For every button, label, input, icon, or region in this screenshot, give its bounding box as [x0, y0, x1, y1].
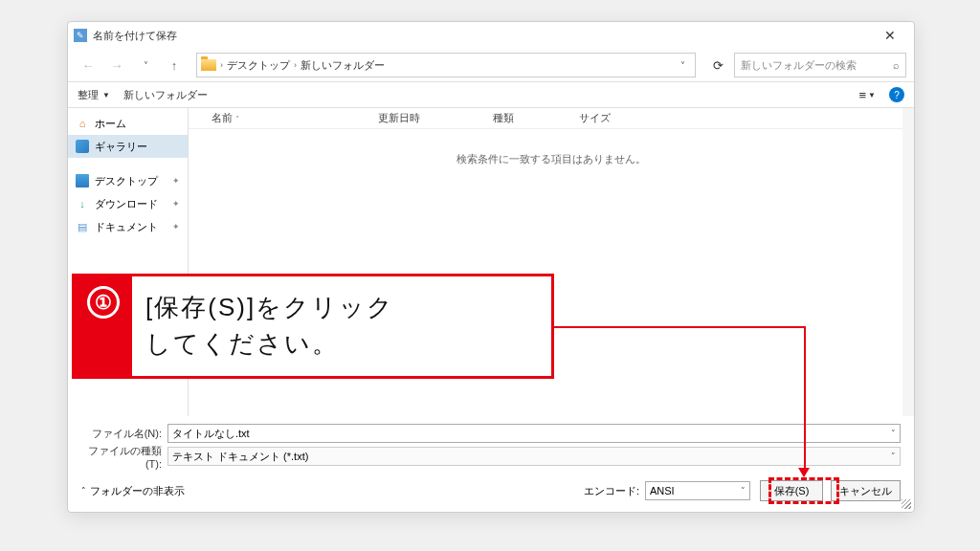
- folder-icon: [201, 59, 216, 71]
- notepad-icon: ✎: [74, 29, 87, 42]
- window-title: 名前を付けて保存: [93, 29, 872, 43]
- save-button[interactable]: 保存(S): [760, 480, 823, 501]
- breadcrumb-desktop[interactable]: デスクトップ: [227, 58, 290, 73]
- chevron-right-icon: ›: [220, 60, 223, 70]
- column-size[interactable]: サイズ: [571, 111, 648, 125]
- home-icon: ⌂: [76, 117, 89, 130]
- document-icon: ▤: [76, 220, 89, 233]
- address-bar[interactable]: › デスクトップ › 新しいフォルダー ˅: [196, 53, 696, 77]
- column-type[interactable]: 種類: [485, 111, 571, 125]
- cancel-button[interactable]: キャンセル: [831, 480, 901, 501]
- sidebar-item-home[interactable]: ⌂ ホーム: [68, 112, 188, 135]
- annotation-badge: ①: [75, 276, 132, 376]
- column-headers: 名前 ˅ 更新日時 種類 サイズ: [189, 108, 914, 129]
- resize-grip[interactable]: [902, 499, 911, 509]
- sidebar-item-downloads[interactable]: ↓ ダウンロード ✦: [68, 192, 188, 215]
- help-button[interactable]: ?: [889, 87, 904, 102]
- empty-message: 検索条件に一致する項目はありません。: [189, 129, 914, 166]
- search-placeholder: 新しいフォルダーの検索: [741, 58, 857, 73]
- chevron-right-icon: ›: [294, 60, 297, 70]
- recent-chevron-icon[interactable]: ˅: [133, 53, 158, 77]
- search-input[interactable]: 新しいフォルダーの検索 ⌕: [734, 53, 906, 77]
- close-button[interactable]: ✕: [872, 22, 908, 49]
- filename-label: ファイル名(N):: [81, 427, 162, 441]
- sidebar-item-desktop[interactable]: デスクトップ ✦: [68, 169, 188, 192]
- annotation-callout: ① [保存(S)]をクリック してください。: [72, 274, 554, 379]
- download-icon: ↓: [76, 197, 89, 210]
- pin-icon: ✦: [172, 176, 180, 186]
- desktop-icon: [76, 174, 89, 187]
- column-date[interactable]: 更新日時: [370, 111, 485, 125]
- filetype-label: ファイルの種類(T):: [81, 444, 162, 470]
- refresh-button[interactable]: ⟳: [705, 53, 730, 77]
- chevron-down-icon[interactable]: ˅: [891, 429, 896, 438]
- filetype-select[interactable]: テキスト ドキュメント (*.txt) ˅: [167, 447, 901, 466]
- chevron-down-icon[interactable]: ˅: [741, 486, 746, 496]
- back-button[interactable]: ←: [76, 53, 100, 77]
- annotation-number: ①: [87, 286, 120, 319]
- address-dropdown-icon[interactable]: ˅: [680, 60, 691, 71]
- titlebar: ✎ 名前を付けて保存 ✕: [68, 22, 914, 49]
- view-options-button[interactable]: ≡ ▼: [858, 88, 876, 102]
- encoding-label: エンコード:: [584, 484, 639, 498]
- organize-button[interactable]: 整理▼: [78, 88, 110, 102]
- forward-button[interactable]: →: [104, 53, 129, 77]
- annotation-connector: [804, 326, 806, 469]
- filename-input[interactable]: タイトルなし.txt ˅: [167, 424, 901, 443]
- new-folder-button[interactable]: 新しいフォルダー: [123, 88, 208, 102]
- sidebar-item-gallery[interactable]: ギャラリー: [68, 135, 188, 158]
- search-icon: ⌕: [893, 59, 900, 71]
- toolbar: 整理▼ 新しいフォルダー ≡ ▼ ?: [68, 81, 914, 108]
- navigation-bar: ← → ˅ ↑ › デスクトップ › 新しいフォルダー ˅ ⟳ 新しいフォルダー…: [68, 49, 914, 81]
- chevron-up-icon: ˄: [81, 486, 86, 496]
- sidebar-item-documents[interactable]: ▤ ドキュメント ✦: [68, 215, 188, 238]
- annotation-connector: [554, 326, 806, 328]
- encoding-select[interactable]: ANSI ˅: [645, 481, 750, 500]
- save-as-dialog: ✎ 名前を付けて保存 ✕ ← → ˅ ↑ › デスクトップ › 新しいフォルダー…: [67, 21, 915, 513]
- scrollbar[interactable]: [902, 108, 914, 416]
- breadcrumb-folder[interactable]: 新しいフォルダー: [301, 58, 385, 73]
- file-fields: ファイル名(N): タイトルなし.txt ˅ ファイルの種類(T): テキスト …: [68, 416, 914, 470]
- annotation-text: [保存(S)]をクリック してください。: [132, 276, 551, 376]
- pin-icon: ✦: [172, 199, 180, 209]
- up-button[interactable]: ↑: [162, 53, 187, 77]
- pin-icon: ✦: [172, 222, 180, 231]
- chevron-down-icon[interactable]: ˅: [891, 452, 896, 461]
- gallery-icon: [76, 140, 89, 153]
- hide-folders-toggle[interactable]: ˄ フォルダーの非表示: [81, 484, 185, 498]
- column-name[interactable]: 名前 ˅: [189, 111, 370, 125]
- annotation-arrow-icon: [798, 468, 810, 477]
- dialog-footer: ˄ フォルダーの非表示 エンコード: ANSI ˅ 保存(S) キャンセル: [68, 470, 914, 512]
